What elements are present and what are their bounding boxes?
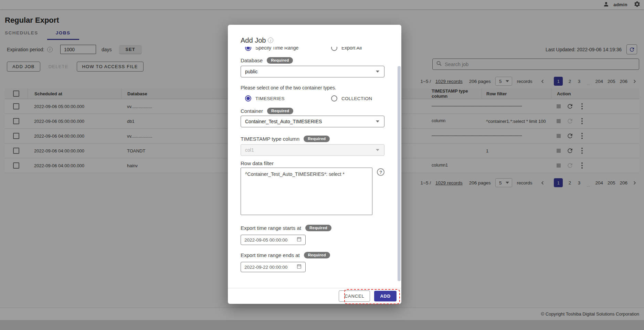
container-type-hint: Please select one of the two container t… (241, 85, 384, 91)
export-start-value[interactable] (244, 237, 294, 243)
radio-icon (245, 47, 251, 51)
cancel-button[interactable]: CANCEL (339, 290, 370, 302)
radio-export-all[interactable]: Export All (325, 47, 362, 51)
export-start-input (241, 235, 306, 245)
dialog-footer: CANCEL ADD (228, 288, 401, 304)
calendar-icon[interactable] (296, 264, 302, 270)
required-badge: Required (304, 252, 330, 258)
required-badge: Required (267, 108, 293, 114)
database-select[interactable]: public (241, 66, 384, 77)
export-end-input (241, 262, 306, 272)
row-data-filter-textarea[interactable]: ^Container_Test_Auto_TIMESERIES*: select… (241, 168, 372, 215)
modal-scrollbar[interactable] (398, 66, 401, 281)
dialog-title: Add Job (241, 36, 266, 44)
chevron-down-icon (376, 149, 379, 151)
radio-collection[interactable]: COLLECTION (325, 95, 372, 102)
app-screen: admin Regular Export SCHEDULES JOBS Expi… (0, 0, 644, 330)
export-end-label: Export time range ends at (241, 252, 300, 258)
export-start-label: Export time range starts at (241, 225, 301, 231)
radio-icon (331, 47, 337, 51)
radio-specify-time-range[interactable]: Specify Time Range (241, 47, 325, 51)
timestamp-column-select: col1 (241, 144, 384, 156)
radio-icon (331, 95, 337, 102)
radio-timeseries[interactable]: TIMESERIES (241, 95, 325, 102)
radio-icon (245, 95, 251, 102)
database-label: Database (241, 57, 263, 63)
calendar-icon[interactable] (296, 236, 302, 243)
container-select[interactable]: Container_Test_Auto_TIMESERIES (241, 116, 384, 127)
required-badge: Required (267, 57, 293, 64)
row-data-filter-label: Row data filter (241, 160, 274, 166)
add-button[interactable]: ADD (374, 291, 397, 301)
export-end-value[interactable] (244, 265, 294, 270)
info-icon: i (268, 38, 273, 43)
timestamp-column-label: TIMESTAMP type column (241, 136, 299, 142)
help-icon[interactable]: ? (377, 168, 384, 176)
required-badge: Required (304, 136, 330, 142)
required-badge: Required (305, 225, 331, 231)
dialog-body: Specify Time Range Export All Database R… (228, 47, 401, 288)
add-job-dialog: Add Job i Specify Time Range Export All … (228, 25, 401, 304)
container-label: Container (241, 108, 263, 114)
chevron-down-icon (376, 71, 379, 73)
chevron-down-icon (376, 120, 379, 123)
